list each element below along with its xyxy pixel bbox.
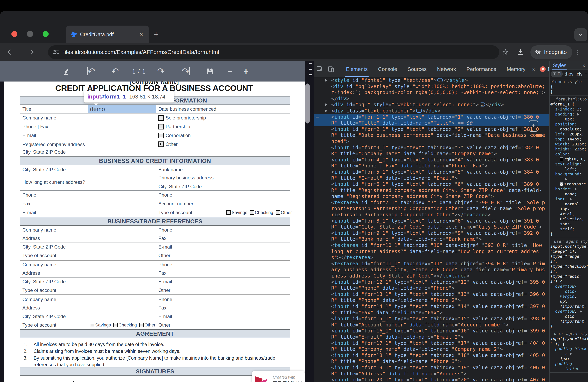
code-line[interactable]: R" title="Company name" data-field-name=…	[314, 151, 549, 157]
code-line[interactable]: R" title="Bank name:" data-field-name="B…	[314, 236, 549, 242]
window-zoom-button[interactable]	[42, 31, 49, 37]
code-line[interactable]: name="Registered company address City St…	[314, 193, 549, 200]
code-line[interactable]: R" title="Account number" data-field-nam…	[314, 322, 549, 328]
code-line[interactable]: R" title="Phone" data-field-name="Phone"…	[314, 285, 549, 291]
pdf-scrollbar-thumb[interactable]	[305, 83, 310, 123]
code-line[interactable]: <input id="form5_1" type="text" tabindex…	[314, 169, 549, 175]
checkbox[interactable]	[158, 133, 164, 138]
style-rule-section[interactable]: user agent styinput[type="text" i] { pad…	[550, 330, 588, 373]
devtools-tab-sources[interactable]: Sources	[408, 61, 427, 77]
save-button[interactable]	[204, 61, 216, 81]
signature-tool-button[interactable]	[60, 61, 72, 81]
code-line[interactable]: <input id="form2_1" type="text" tabindex…	[314, 126, 549, 133]
highlighted-input-cell[interactable]: demo	[88, 105, 156, 114]
code-line[interactable]: <input id="form13_1" type="text" tabinde…	[314, 291, 549, 298]
style-rule-section[interactable]: user agent styinput:not([type="image" i]…	[550, 238, 588, 330]
code-line[interactable]: <input id="form14_1" type="text" tabinde…	[314, 304, 549, 310]
url-bar[interactable]: files.idrsolutions.com/Examples/AFForms/…	[48, 45, 499, 59]
undo-button[interactable]: ↶	[109, 61, 121, 81]
code-line[interactable]: <div id="pg1" style="-webkit-user-select…	[314, 102, 549, 108]
code-line[interactable]: <div id="pg1Overlay" style="width:100%; …	[314, 83, 549, 90]
style-rule-section[interactable]: form.html:655#form1_1 { z-index: 2; padd…	[550, 96, 588, 238]
code-line[interactable]: long at current address?" data-field-nam…	[314, 248, 549, 255]
code-line[interactable]: rietorship Partnership Corporation Other…	[314, 212, 549, 218]
code-line[interactable]: z-index:1; background-color:rgba(0,0,0,0…	[314, 90, 549, 96]
devtools-tab-console[interactable]: Console	[378, 61, 397, 77]
zoom-in-button[interactable]: +	[240, 61, 252, 81]
download-button[interactable]	[515, 47, 526, 57]
account-type-checkboxes[interactable]: SavingsCheckingOther	[90, 321, 157, 329]
code-line[interactable]: s"></textarea>	[314, 254, 549, 261]
code-line[interactable]: <input id="form1_1" type="text" tabindex…	[314, 114, 549, 120]
styles-filter-input[interactable]: Filter	[551, 71, 563, 77]
code-line[interactable]: R" title="E-mail" data-field-name="Email…	[314, 175, 549, 181]
code-line[interactable]: <input id="form18_1" type="text" tabinde…	[314, 352, 549, 359]
code-line[interactable]: <input id="form19_1" type="text" tabinde…	[314, 365, 549, 371]
code-line[interactable]: R" title="Date business commenced" data-…	[314, 132, 549, 138]
code-line[interactable]: <textarea id="form10_1" tabindex="10" da…	[314, 242, 549, 248]
first-page-button[interactable]: ↶	[84, 61, 98, 81]
code-line[interactable]: R" title="Company name" data-field-name=…	[314, 346, 549, 352]
devtools-tab-network[interactable]: Network	[437, 61, 456, 77]
account-type-checkboxes[interactable]: SavingsCheckingOther	[226, 209, 294, 216]
code-line[interactable]: R" title="Title" data-field-name="Title"…	[314, 120, 549, 126]
code-line[interactable]: R" title="Phone" data-field-name="Phone_…	[314, 297, 549, 304]
code-line[interactable]: roprietorship Partnership Corporation Ot…	[314, 206, 549, 212]
toggle-hover-state-button[interactable]: :hov	[565, 71, 573, 77]
browser-menu-button[interactable]	[572, 47, 583, 57]
code-line[interactable]: </div>	[314, 96, 549, 102]
zoom-out-button[interactable]: −	[224, 61, 236, 81]
code-line[interactable]: R" title="Phone" data-field-name="Phone_…	[314, 358, 549, 365]
code-line[interactable]: <input id="form4_1" type="text" tabindex…	[314, 157, 549, 163]
site-settings-icon[interactable]	[53, 49, 59, 55]
code-line[interactable]: <input id="form6_1" type="text" tabindex…	[314, 181, 549, 187]
code-line[interactable]: <input id="form8_1" type="text" tabindex…	[314, 218, 549, 224]
redo-button[interactable]: ↷	[155, 61, 167, 81]
devtools-tab-elements[interactable]: Elements	[346, 61, 368, 77]
error-badge[interactable]: ✕ 1	[540, 66, 550, 72]
code-line[interactable]: R" title="Fax" data-field-name="Fax">	[314, 310, 549, 316]
tab-styles[interactable]: Styles	[553, 61, 567, 70]
code-line[interactable]: <input id="form17_1" type="text" tabinde…	[314, 340, 549, 346]
stylesheet-link[interactable]: form.html:655	[550, 97, 588, 102]
url-text[interactable]: files.idrsolutions.com/Examples/AFForms/…	[63, 49, 219, 55]
tab-close-icon[interactable]: ×	[139, 31, 143, 37]
code-line[interactable]: R" title="Registered company address Cit…	[314, 187, 549, 194]
code-line[interactable]: iness address City State ZIP Code"></tex…	[314, 273, 549, 279]
code-line[interactable]: <input id="form9_1" type="text" tabindex…	[314, 230, 549, 236]
toggle-classes-button[interactable]: .cls	[575, 71, 582, 77]
back-button[interactable]	[4, 47, 15, 57]
last-page-button[interactable]: ↷	[179, 61, 193, 81]
code-line[interactable]: <input id="form15_1" type="text" tabinde…	[314, 316, 549, 322]
window-close-button[interactable]	[11, 31, 17, 37]
code-line[interactable]: <input id="form20_1" type="text" tabinde…	[314, 377, 549, 382]
code-line[interactable]: R" title="Address" data-field-name="Addr…	[314, 371, 549, 377]
device-toolbar-button[interactable]	[327, 65, 336, 74]
checkbox[interactable]	[158, 124, 164, 130]
code-line[interactable]: <textarea id="form7_1" tabindex="7" data…	[314, 200, 549, 206]
code-line[interactable]: nced">	[314, 138, 549, 145]
code-line[interactable]: <input id="form16_1" type="text" tabinde…	[314, 328, 549, 334]
sidebar-more-tabs[interactable]: »	[582, 62, 586, 69]
checkbox[interactable]	[158, 141, 164, 147]
code-line[interactable]: <input id="form3_1" type="text" tabindex…	[314, 145, 549, 151]
code-line[interactable]: ary business address City, State ZIP Cod…	[314, 267, 549, 273]
code-line[interactable]: R" title="E-mail" data-field-name="Email…	[314, 334, 549, 340]
code-line[interactable]: <input id="form12_1" type="text" tabinde…	[314, 279, 549, 285]
inspect-element-button[interactable]	[315, 65, 324, 74]
new-tab-button[interactable]: +	[154, 30, 159, 38]
checkbox[interactable]	[158, 115, 164, 121]
code-line[interactable]: <style id="fonts1" type="text/css">…</st…	[314, 77, 549, 83]
tab-search-button[interactable]	[574, 28, 587, 41]
code-line[interactable]: <textarea id="form11_1" tabindex="11" da…	[314, 261, 549, 267]
devtools-tab-performance[interactable]: Performance	[467, 61, 496, 77]
style-rule-section[interactable]: element.style{}	[550, 78, 588, 96]
new-style-rule-button[interactable]: +	[584, 71, 588, 77]
bookmark-button[interactable]	[500, 47, 511, 57]
window-minimize-button[interactable]	[27, 31, 33, 37]
browser-tab[interactable]: CreditData.pdf ×	[66, 26, 149, 43]
code-line[interactable]: R" title="City, State ZIP Code" data-fie…	[314, 224, 549, 230]
code-line[interactable]: R" title="Phone | Fax" data-field-name="…	[314, 163, 549, 169]
devtools-tab-memory[interactable]: Memory	[507, 61, 525, 77]
reload-button[interactable]	[32, 47, 43, 57]
